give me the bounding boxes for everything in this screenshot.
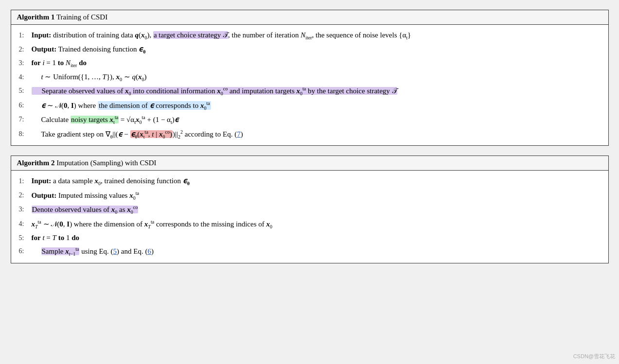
algo1-line-1: 1:Input: distribution of training data q… — [19, 29, 601, 43]
line-num: 4: — [19, 218, 32, 229]
watermark: CSDN@雪花飞花 — [573, 353, 615, 360]
line-content: Input: a data sample x0, trained denoisi… — [32, 175, 601, 188]
line-num: 6: — [19, 100, 32, 111]
line-content: Sample xt−1ta using Eq. (5) and Eq. (6) — [32, 245, 601, 258]
line-num: 5: — [19, 85, 32, 96]
line-num: 6: — [19, 245, 32, 257]
line-content: for i = 1 to Niter do — [32, 57, 601, 69]
line-content: Separate observed values of x0 into cond… — [32, 85, 601, 98]
line-num: 4: — [19, 71, 32, 83]
algo1-line-3: 3:for i = 1 to Niter do — [19, 56, 601, 70]
algo1-line-5: 5:Separate observed values of x0 into co… — [19, 84, 601, 99]
algo2-line-4: 4:xTta ∼ 𝒩(0, I) where the dimension of … — [19, 217, 601, 232]
algorithm-1-title-bold: Algorithm 1 — [17, 13, 55, 21]
algo2-line-1: 1:Input: a data sample x0, trained denoi… — [19, 174, 601, 189]
line-content: xTta ∼ 𝒩(0, I) where the dimension of xT… — [32, 218, 601, 231]
line-content: Take gradient step on ∇θ||(ϵ − ϵθ(xtta, … — [32, 128, 601, 141]
algorithm-2-title-bold: Algorithm 2 — [17, 159, 55, 167]
line-content: ϵ ∼ 𝒩(0, I) where the dimension of ϵ cor… — [32, 100, 601, 112]
line-num: 1: — [19, 30, 32, 41]
line-num: 2: — [19, 44, 32, 55]
algo2-line-2: 2:Output: Imputed missing values x0ta — [19, 189, 601, 203]
algorithm-1-title-rest: Training of CSDI — [54, 13, 107, 21]
line-content: Output: Trained denoising function ϵθ — [32, 44, 601, 56]
algo2-line-5: 5:for t = T to 1 do — [19, 231, 601, 244]
algo1-line-2: 2:Output: Trained denoising function ϵθ — [19, 43, 601, 57]
line-num: 3: — [19, 204, 32, 215]
line-num: 1: — [19, 175, 32, 187]
algorithm-2-header: Algorithm 2 Imputation (Sampling) with C… — [11, 156, 608, 171]
line-content: for t = T to 1 do — [32, 232, 601, 243]
line-num: 7: — [19, 114, 32, 125]
line-num: 5: — [19, 232, 32, 243]
line-content: t ∼ Uniform({1, …, T}), x0 ∼ q(x0) — [32, 71, 601, 84]
algo2-line-3: 3:Denote observed values of x0 as x0co — [19, 203, 601, 217]
algorithm-2-body: 1:Input: a data sample x0, trained denoi… — [11, 171, 608, 263]
algorithm-1-header: Algorithm 1 Training of CSDI — [11, 10, 608, 25]
line-num: 8: — [19, 128, 32, 139]
algo1-line-6: 6:ϵ ∼ 𝒩(0, I) where the dimension of ϵ c… — [19, 99, 601, 113]
line-content: Input: distribution of training data q(x… — [32, 30, 601, 42]
line-num: 3: — [19, 57, 32, 69]
algorithm-1-box: Algorithm 1 Training of CSDI 1:Input: di… — [11, 10, 609, 146]
line-content: Output: Imputed missing values x0ta — [32, 190, 601, 202]
algo2-line-6: 6:Sample xt−1ta using Eq. (5) and Eq. (6… — [19, 244, 601, 259]
algo1-line-7: 7:Calculate noisy targets xtta = √αtx0ta… — [19, 113, 601, 127]
algo1-line-8: 8:Take gradient step on ∇θ||(ϵ − ϵθ(xtta… — [19, 127, 601, 142]
algo1-line-4: 4:t ∼ Uniform({1, …, T}), x0 ∼ q(x0) — [19, 70, 601, 85]
algorithm-1-body: 1:Input: distribution of training data q… — [11, 25, 608, 145]
line-num: 2: — [19, 190, 32, 201]
algorithm-2-box: Algorithm 2 Imputation (Sampling) with C… — [11, 156, 609, 263]
line-content: Calculate noisy targets xtta = √αtx0ta +… — [32, 114, 601, 126]
algorithm-2-title-rest: Imputation (Sampling) with CSDI — [54, 159, 156, 167]
line-content: Denote observed values of x0 as x0co — [32, 204, 601, 216]
